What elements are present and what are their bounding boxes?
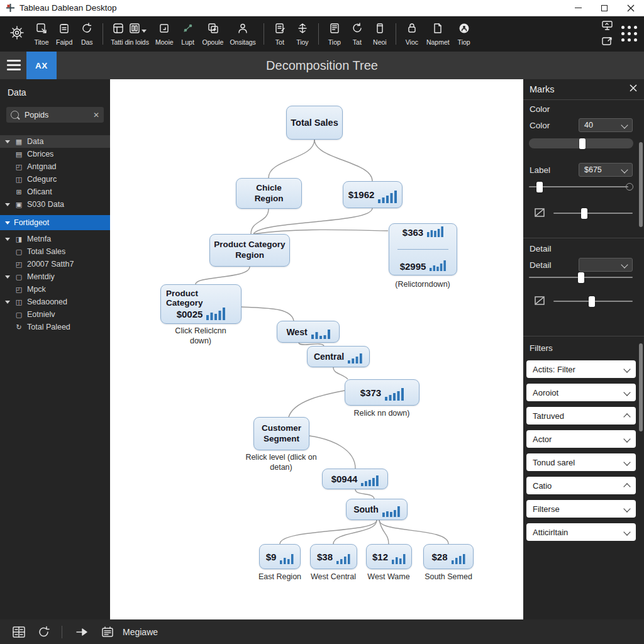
- sidebar-item-20007-satth7[interactable]: ◰ 20007 Satth7: [0, 258, 110, 270]
- expander-icon[interactable]: [5, 238, 10, 241]
- toolbar-titoe-button[interactable]: Titoe: [33, 23, 50, 46]
- size-slider-handle[interactable]: [581, 208, 587, 219]
- tree-node-central[interactable]: Central: [307, 346, 370, 367]
- sidebar-item-metnfa[interactable]: ◨ Metnfa: [0, 233, 110, 245]
- filter-actits[interactable]: Actits: Filter: [526, 360, 636, 378]
- sidebar-item-oficant[interactable]: ⊞ Oficant: [0, 186, 110, 198]
- presentation-mode-icon[interactable]: [602, 21, 613, 33]
- notes-document-icon[interactable]: [101, 626, 114, 638]
- expander-icon[interactable]: [5, 140, 10, 143]
- toolbar-tatti-group[interactable]: Tatti din loids: [111, 23, 149, 46]
- sidebar-item-eotnielv[interactable]: ▢ Eotnielv: [0, 308, 110, 321]
- layers-icon: ◫: [14, 175, 24, 184]
- close-icon[interactable]: [629, 84, 639, 94]
- sidebar-item-sedaooned[interactable]: ◫ Sedaooned: [0, 296, 110, 308]
- sidebar-item-s030-data[interactable]: ▣ S030 Data: [0, 198, 110, 211]
- toolbar-tioy-button[interactable]: Tioy: [294, 23, 311, 46]
- tree-node-product-category-region[interactable]: Product Category Region: [209, 234, 290, 267]
- sidebar-item-data[interactable]: ▦ Data: [0, 135, 110, 148]
- crossed-box-icon: [535, 208, 545, 217]
- share-icon[interactable]: [602, 36, 613, 48]
- toolbar-tiop-button[interactable]: Tiop: [326, 23, 343, 46]
- scrollbar-thumb[interactable]: [639, 142, 643, 227]
- mini-bar-chart-icon: [427, 226, 443, 237]
- toolbar-tiop2-button[interactable]: Tiop: [456, 23, 472, 46]
- tree-node-0944[interactable]: $0944: [322, 469, 388, 489]
- tree-node-363-2995[interactable]: $363 $2995: [389, 223, 457, 275]
- color-section-label: Color: [530, 104, 550, 114]
- tree-node-chicle-region[interactable]: Chicle Region: [236, 178, 302, 209]
- filter-filterse[interactable]: Filterse: [526, 500, 636, 518]
- toolbar-vioc-button[interactable]: Vioc: [404, 23, 420, 46]
- detail-slider[interactable]: [529, 277, 633, 278]
- detail-dropdown[interactable]: [579, 258, 633, 272]
- scrollbar-thumb[interactable]: [639, 343, 643, 431]
- tree-node-product-category-0025[interactable]: Product Category $0025: [160, 284, 242, 324]
- close-button[interactable]: [618, 0, 644, 16]
- hamburger-menu-icon[interactable]: [7, 60, 21, 73]
- toolbar-neoi-button[interactable]: Neoi: [372, 23, 388, 46]
- settings-gear-button[interactable]: [9, 25, 25, 43]
- clipboard-icon: [58, 23, 70, 36]
- filter-label: Filterse: [533, 504, 560, 514]
- label-slider[interactable]: [529, 186, 628, 187]
- expander-icon[interactable]: [5, 301, 10, 304]
- refresh-icon[interactable]: [38, 626, 50, 638]
- filter-tonud-sarel[interactable]: Tonud sarel: [526, 453, 636, 471]
- detail-slider-handle[interactable]: [578, 272, 584, 283]
- tree-node-customer-segment[interactable]: Customer Segment: [253, 417, 309, 450]
- sidebar-item-total-sales[interactable]: ▢ Total Sales: [0, 245, 110, 258]
- tree-node-leaf-9[interactable]: $9: [259, 544, 301, 569]
- tab-ax[interactable]: AX: [26, 52, 57, 79]
- tree-node-south[interactable]: South: [346, 499, 408, 520]
- detail-size-slider-handle[interactable]: [589, 296, 595, 307]
- maximize-button[interactable]: [591, 0, 618, 16]
- tree-node-west[interactable]: West: [277, 321, 340, 343]
- toolbar-faipd-button[interactable]: Faipd: [56, 23, 72, 46]
- tree-node-373[interactable]: $373: [345, 379, 419, 406]
- filter-aoroiot[interactable]: Aoroiot: [526, 384, 636, 401]
- color-dropdown[interactable]: 40: [579, 118, 633, 132]
- filter-tatruved[interactable]: Tatruved: [526, 407, 636, 425]
- toolbar-tot-button[interactable]: Tot: [272, 23, 288, 46]
- sidebar-item-cdegurc[interactable]: ◫ Cdegurc: [0, 173, 110, 186]
- tree-node-total-sales[interactable]: Total Sales: [286, 106, 343, 140]
- search-input[interactable]: [23, 110, 93, 120]
- data-grid-icon[interactable]: [13, 626, 25, 638]
- toolbar-mooie-button[interactable]: Mooie: [155, 23, 174, 46]
- expander-icon[interactable]: [5, 221, 10, 225]
- expander-icon[interactable]: [5, 275, 10, 279]
- apps-grid-icon[interactable]: [621, 26, 638, 42]
- color-slider-handle[interactable]: [579, 138, 586, 149]
- toolbar-napmet-button[interactable]: Napmet: [426, 23, 450, 46]
- sidebar-item-mentdiy[interactable]: ▢ Mentdiy: [0, 270, 110, 283]
- tree-node-1962[interactable]: $1962: [343, 181, 402, 208]
- size-slider[interactable]: [553, 213, 633, 214]
- sidebar-item-antgnad[interactable]: ◰ Antgnad: [0, 160, 110, 173]
- expander-icon[interactable]: [5, 203, 10, 206]
- color-gradient-slider[interactable]: [529, 138, 633, 148]
- tree-node-leaf-38[interactable]: $38: [310, 544, 357, 569]
- detail-size-slider[interactable]: [553, 301, 633, 302]
- chevron-down-icon: [621, 166, 628, 173]
- toolbar-onsitags-button[interactable]: Onsitags: [230, 23, 255, 46]
- toolbar-lupt-button[interactable]: Lupt: [180, 23, 196, 46]
- filter-catio[interactable]: Catio: [526, 477, 636, 494]
- toolbar-tat-button[interactable]: Tat: [349, 23, 365, 46]
- clear-search-icon[interactable]: ✕: [93, 111, 99, 119]
- sidebar-item-total-paleed[interactable]: ↻ Total Paleed: [0, 321, 110, 333]
- label-dropdown[interactable]: $675: [579, 163, 633, 177]
- toolbar-das-button[interactable]: Das: [79, 23, 95, 46]
- filter-actor[interactable]: Actor: [526, 430, 636, 448]
- toolbar-opoule-button[interactable]: Opoule: [203, 23, 224, 46]
- sidebar-item-cbrices[interactable]: ▤ Cbrices: [0, 148, 110, 160]
- sidebar-search[interactable]: ✕: [6, 107, 104, 123]
- forward-arrow-icon[interactable]: [75, 627, 89, 637]
- tree-node-leaf-12[interactable]: $12: [366, 544, 412, 569]
- tree-node-leaf-28[interactable]: $28: [423, 544, 474, 569]
- filter-atticirltain[interactable]: Atticirltain: [526, 523, 636, 541]
- sidebar-item-fortidgeot[interactable]: Fortidgeot: [0, 215, 110, 230]
- sidebar-item-mpck[interactable]: ◰ Mpck: [0, 283, 110, 296]
- label-slider-handle[interactable]: [536, 182, 543, 192]
- minimize-button[interactable]: [565, 0, 591, 16]
